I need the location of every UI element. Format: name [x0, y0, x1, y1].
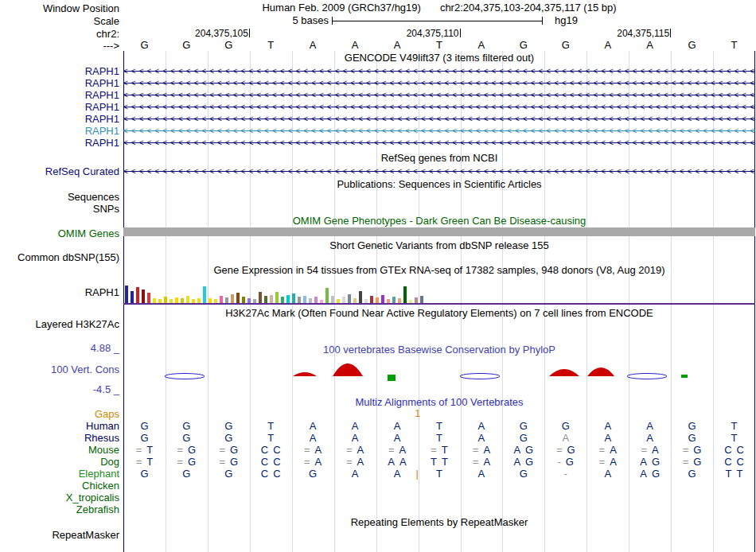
alignment-cell: =A	[376, 444, 419, 456]
track-label-species[interactable]: Zebrafish	[76, 503, 119, 515]
conservation-item	[627, 374, 667, 379]
track-label-repeatmasker[interactable]: RepeatMasker	[52, 529, 119, 541]
track-label-gencode-raph1[interactable]: RAPH1	[85, 89, 119, 101]
conservation-item	[165, 374, 205, 379]
gencode-track-title: GENCODE V49lift37 (3 items filtered out)	[123, 52, 755, 64]
multiz-species-row[interactable]	[123, 503, 755, 515]
gtex-track-title: Gene Expression in 54 tissues from GTEx …	[123, 265, 755, 276]
alignment-base: A	[388, 456, 395, 468]
alignment-base: G	[652, 468, 660, 480]
track-label-gencode-raph1[interactable]: RAPH1	[85, 137, 119, 149]
position-tick-mark	[460, 29, 461, 37]
assembly-title: Human Feb. 2009 (GRCh37/hg19)	[262, 2, 420, 14]
alignment-base: A	[478, 432, 485, 444]
track-label-species[interactable]: Dog	[100, 456, 119, 468]
track-label-gencode-raph1[interactable]: RAPH1	[85, 125, 119, 137]
alignment-base: A	[357, 444, 364, 456]
gtex-bar	[331, 296, 334, 303]
alignment-cell: G	[671, 432, 713, 444]
multiz-species-row[interactable]: GGGTAAATAGAAAGT	[123, 432, 755, 444]
sequence-base: A	[629, 40, 671, 51]
alignment-base: G	[693, 444, 701, 456]
track-label-species[interactable]: Human	[86, 420, 119, 432]
gencode-transcript-row[interactable]: <<<<<<<<<<<<<<<<<<<<<<<<<<<<<<<<<<<<<<<<…	[123, 89, 755, 101]
alignment-cell: A	[586, 432, 629, 444]
alignment-base: G	[140, 468, 148, 480]
track-label-gencode-raph1[interactable]: RAPH1	[85, 65, 119, 77]
alignment-base: A	[646, 420, 653, 432]
gencode-transcript-row[interactable]: <<<<<<<<<<<<<<<<<<<<<<<<<<<<<<<<<<<<<<<<…	[123, 125, 755, 137]
strand-arrows: <<<<<<<<<<<<<<<<<<<<<<<<<<<<<<<<<<<<<<<<…	[123, 165, 755, 177]
alignment-cell: T	[419, 468, 461, 480]
alignment-cell: G	[502, 468, 544, 480]
track-label-species[interactable]: Elephant	[79, 468, 119, 480]
omim-genes-track-bar[interactable]	[123, 227, 755, 236]
track-label-gencode-raph1[interactable]: RAPH1	[85, 101, 119, 113]
track-label-species[interactable]: Rhesus	[84, 432, 119, 444]
track-label-gencode-raph1[interactable]: RAPH1	[85, 77, 119, 89]
alignment-base: T	[436, 432, 442, 444]
alignment-base: T	[442, 444, 448, 456]
alignment-cell: T	[713, 432, 755, 444]
alignment-cell: AG	[629, 468, 671, 480]
alignment-base: A	[640, 468, 647, 480]
multiz-species-row[interactable]: GGGTAAATAGGAAGT	[123, 420, 755, 432]
alignment-base: G	[188, 456, 196, 468]
h3k27ac-track-title: H3K27Ac Mark (Often Found Near Active Re…	[123, 308, 755, 319]
conservation-item	[587, 367, 614, 376]
track-label-sequences[interactable]: Sequences	[68, 191, 119, 203]
gtex-bar	[147, 293, 150, 303]
alignment-base: A	[315, 456, 322, 468]
gencode-transcript-row[interactable]: <<<<<<<<<<<<<<<<<<<<<<<<<<<<<<<<<<<<<<<<…	[123, 101, 755, 113]
track-label-species[interactable]: Mouse	[88, 444, 119, 456]
conservation-item	[549, 369, 579, 376]
alignment-cell: T	[250, 420, 292, 432]
track-label-gencode-raph1[interactable]: RAPH1	[85, 113, 119, 125]
alignment-insert-count: 1	[415, 408, 421, 420]
track-label-gaps[interactable]: Gaps	[95, 408, 119, 420]
gtex-bar	[342, 297, 345, 303]
track-label-100-vert-cons[interactable]: 100 Vert. Cons	[51, 363, 119, 375]
alignment-cell: =A	[461, 456, 503, 468]
track-label-species[interactable]: X_tropicalis	[66, 492, 119, 503]
multiz-species-row[interactable]: =T=G=GCC=A=AAATT=AAG-G=AAG=GCC	[123, 456, 755, 468]
conservation-wiggle-track[interactable]	[123, 356, 755, 392]
alignment-base: G	[224, 468, 232, 480]
multiz-species-row[interactable]	[123, 480, 755, 492]
track-label-gtex-raph1[interactable]: RAPH1	[85, 286, 119, 298]
multiz-species-row[interactable]: GGGCCGAA|TAG-AAGGTT	[123, 468, 755, 480]
gtex-bar	[415, 297, 418, 303]
refseq-curated-row[interactable]: <<<<<<<<<<<<<<<<<<<<<<<<<<<<<<<<<<<<<<<<…	[123, 165, 755, 177]
track-label-common-dbsnp[interactable]: Common dbSNP(155)	[18, 251, 119, 263]
gencode-transcript-row[interactable]: <<<<<<<<<<<<<<<<<<<<<<<<<<<<<<<<<<<<<<<<…	[123, 137, 755, 149]
multiz-species-row[interactable]: =T=G=GCC=A=A=A=T=AAG=G=A=A=GCC	[123, 444, 755, 456]
sequence-base: G	[123, 40, 166, 51]
track-label-species[interactable]: Chicken	[82, 480, 119, 492]
alignment-cell: A	[461, 468, 503, 480]
strand-arrows: <<<<<<<<<<<<<<<<<<<<<<<<<<<<<<<<<<<<<<<<…	[123, 89, 755, 101]
alignment-base: G	[567, 444, 575, 456]
alignment-cell: AG	[629, 456, 671, 468]
alignment-cell: -G	[544, 456, 586, 468]
gtex-expression-bars[interactable]	[123, 278, 755, 303]
gtex-bar	[292, 293, 295, 303]
window-position-label: Window Position	[43, 2, 119, 14]
sequence-base: A	[376, 40, 419, 51]
gencode-transcript-row[interactable]: <<<<<<<<<<<<<<<<<<<<<<<<<<<<<<<<<<<<<<<<…	[123, 77, 755, 89]
alignment-base: C	[737, 456, 744, 468]
track-label-omim-genes[interactable]: OMIM Genes	[58, 227, 119, 239]
gencode-transcript-row[interactable]: <<<<<<<<<<<<<<<<<<<<<<<<<<<<<<<<<<<<<<<<…	[123, 113, 755, 125]
alignment-cell: =A	[292, 444, 334, 456]
gencode-transcript-row[interactable]: <<<<<<<<<<<<<<<<<<<<<<<<<<<<<<<<<<<<<<<<…	[123, 65, 755, 77]
track-label-refseq-curated[interactable]: RefSeq Curated	[45, 165, 119, 177]
multiz-species-row[interactable]	[123, 492, 755, 503]
gtex-bar	[286, 295, 290, 303]
alignment-base: G	[182, 468, 190, 480]
alignment-base: =	[346, 444, 353, 456]
alignment-base: =	[431, 444, 437, 456]
gtex-bar	[136, 287, 139, 303]
gtex-bar	[359, 291, 362, 303]
track-label-snps[interactable]: SNPs	[93, 203, 119, 215]
alignment-cell: =A	[586, 456, 629, 468]
track-label-layered-h3k27ac[interactable]: Layered H3K27Ac	[35, 318, 119, 330]
